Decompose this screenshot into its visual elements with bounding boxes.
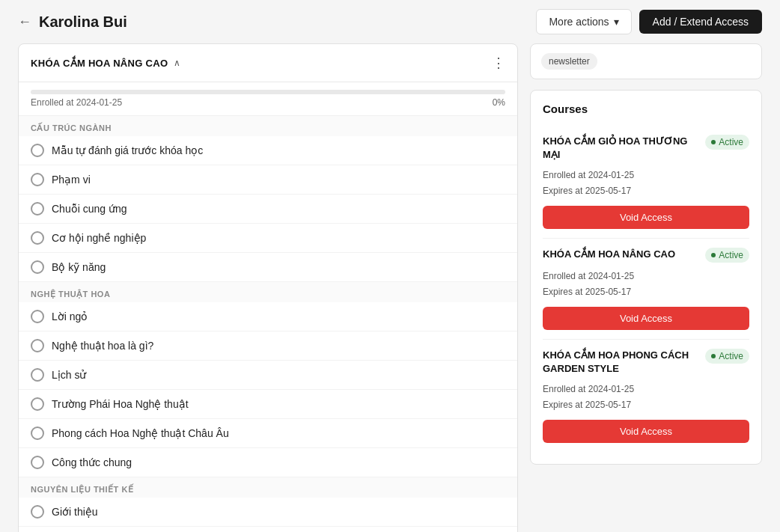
section-header: CẤU TRÚC NGÀNH bbox=[19, 116, 517, 136]
course-title-row: KHÓA CẮM HOA NÂNG CAO ∧ bbox=[31, 58, 180, 69]
radio-circle bbox=[31, 260, 44, 274]
courses-list: KHÓA CẮM GIỎ HOA THƯƠNG MẠI Active Enrol… bbox=[543, 126, 749, 452]
section-header: NGUYÊN LIỆU THIẾT KẾ bbox=[19, 477, 517, 498]
list-item[interactable]: Trường Phái Hoa Nghệ thuật bbox=[19, 390, 517, 419]
lesson-label: Mẫu tự đánh giá trước khóa học bbox=[52, 144, 203, 156]
lesson-label: Cơ hội nghề nghiệp bbox=[52, 232, 146, 244]
lesson-label: Lịch sử bbox=[52, 369, 86, 381]
progress-percent: 0% bbox=[493, 97, 505, 108]
list-item[interactable]: Chuỗi cung ứng bbox=[19, 195, 517, 224]
radio-circle bbox=[31, 426, 44, 440]
lesson-label: Công thức chung bbox=[52, 456, 132, 468]
course-card-name: KHÓA CẮM HOA PHONG CÁCH GARDEN STYLE bbox=[543, 349, 699, 376]
active-dot bbox=[711, 253, 716, 257]
list-item[interactable]: Đường & Nét bbox=[19, 527, 517, 532]
lesson-label: Trường Phái Hoa Nghệ thuật bbox=[52, 398, 189, 410]
list-item[interactable]: Cơ hội nghề nghiệp bbox=[19, 224, 517, 253]
list-item[interactable]: Bộ kỹ năng bbox=[19, 253, 517, 282]
status-badge: Active bbox=[705, 349, 749, 364]
course-card-name: KHÓA CẮM HOA NÂNG CAO bbox=[543, 248, 699, 261]
radio-circle bbox=[31, 505, 44, 519]
list-item[interactable]: Công thức chung bbox=[19, 448, 517, 477]
lesson-label: Phong cách Hoa Nghệ thuật Châu Âu bbox=[52, 427, 229, 439]
void-access-button[interactable]: Void Access bbox=[543, 307, 749, 330]
radio-circle bbox=[31, 456, 44, 469]
progress-bar-container bbox=[31, 90, 505, 94]
progress-info: Enrolled at 2024-01-25 0% bbox=[31, 97, 505, 108]
header: ← Karolina Bui More actions ▾ Add / Exte… bbox=[0, 0, 780, 43]
course-header: KHÓA CẮM HOA NÂNG CAO ∧ ⋮ bbox=[19, 44, 517, 82]
active-dot bbox=[711, 354, 716, 358]
radio-circle bbox=[31, 397, 44, 411]
progress-section: Enrolled at 2024-01-25 0% bbox=[19, 82, 517, 116]
course-card-header: KHÓA CẮM GIỎ HOA THƯƠNG MẠI Active bbox=[543, 135, 749, 162]
void-access-button[interactable]: Void Access bbox=[543, 420, 749, 443]
list-item[interactable]: Phạm vi bbox=[19, 165, 517, 195]
status-badge: Active bbox=[705, 135, 749, 150]
radio-circle bbox=[31, 339, 44, 352]
radio-circle bbox=[31, 231, 44, 245]
header-left: ← Karolina Bui bbox=[18, 13, 127, 31]
add-access-button[interactable]: Add / Extend Access bbox=[639, 10, 762, 34]
left-panel: KHÓA CẮM HOA NÂNG CAO ∧ ⋮ Enrolled at 20… bbox=[18, 43, 518, 532]
header-actions: More actions ▾ Add / Extend Access bbox=[536, 9, 762, 34]
status-badge: Active bbox=[705, 248, 749, 263]
lesson-label: Phạm vi bbox=[52, 174, 91, 186]
enrolled-label: Enrolled at 2024-01-25 bbox=[31, 97, 122, 108]
section-header: NGHỆ THUẬT HOA bbox=[19, 282, 517, 302]
list-item[interactable]: Nghệ thuật hoa là gì? bbox=[19, 331, 517, 361]
radio-circle bbox=[31, 368, 44, 382]
course-card-dates: Enrolled at 2024-01-25Expires at 2025-05… bbox=[543, 382, 749, 412]
chevron-down-icon: ▾ bbox=[614, 16, 619, 28]
radio-circle bbox=[31, 310, 44, 323]
void-access-button[interactable]: Void Access bbox=[543, 206, 749, 229]
more-actions-label: More actions bbox=[549, 16, 609, 28]
radio-circle bbox=[31, 144, 44, 157]
courses-panel-title: Courses bbox=[543, 103, 749, 115]
lesson-label: Bộ kỹ năng bbox=[52, 261, 106, 273]
radio-circle bbox=[31, 173, 44, 186]
course-card-dates: Enrolled at 2024-01-25Expires at 2025-05… bbox=[543, 168, 749, 198]
page-title: Karolina Bui bbox=[39, 13, 127, 31]
main-layout: KHÓA CẮM HOA NÂNG CAO ∧ ⋮ Enrolled at 20… bbox=[0, 43, 780, 532]
list-item[interactable]: Lịch sử bbox=[19, 361, 517, 390]
lesson-label: Lời ngỏ bbox=[52, 311, 88, 322]
page-container: ← Karolina Bui More actions ▾ Add / Exte… bbox=[0, 0, 780, 532]
course-card-header: KHÓA CẮM HOA PHONG CÁCH GARDEN STYLE Act… bbox=[543, 349, 749, 376]
tag-badge: newsletter bbox=[541, 53, 597, 70]
lesson-label: Nghệ thuật hoa là gì? bbox=[52, 340, 153, 352]
radio-circle bbox=[31, 202, 44, 215]
right-panel: newsletter Courses KHÓA CẮM GIỎ HOA THƯƠ… bbox=[530, 43, 762, 532]
course-card-name: KHÓA CẮM GIỎ HOA THƯƠNG MẠI bbox=[543, 135, 699, 162]
collapse-icon[interactable]: ∧ bbox=[174, 58, 180, 68]
course-card: KHÓA CẮM HOA NÂNG CAO Active Enrolled at… bbox=[543, 239, 749, 340]
list-item[interactable]: Phong cách Hoa Nghệ thuật Châu Âu bbox=[19, 419, 517, 448]
more-actions-button[interactable]: More actions ▾ bbox=[536, 9, 631, 34]
course-card-dates: Enrolled at 2024-01-25Expires at 2025-05… bbox=[543, 269, 749, 299]
courses-panel: Courses KHÓA CẮM GIỎ HOA THƯƠNG MẠI Acti… bbox=[530, 90, 762, 465]
lesson-label: Giới thiệu bbox=[52, 506, 98, 518]
course-card-header: KHÓA CẮM HOA NÂNG CAO Active bbox=[543, 248, 749, 263]
course-title: KHÓA CẮM HOA NÂNG CAO bbox=[31, 58, 168, 69]
course-card: KHÓA CẮM HOA PHONG CÁCH GARDEN STYLE Act… bbox=[543, 340, 749, 452]
list-item[interactable]: Giới thiệu bbox=[19, 498, 517, 527]
list-item[interactable]: Lời ngỏ bbox=[19, 302, 517, 331]
tag-section: newsletter bbox=[530, 43, 762, 79]
active-dot bbox=[711, 140, 716, 144]
sections-container: CẤU TRÚC NGÀNHMẫu tự đánh giá trước khóa… bbox=[19, 116, 517, 532]
list-item[interactable]: Mẫu tự đánh giá trước khóa học bbox=[19, 136, 517, 165]
lesson-label: Chuỗi cung ứng bbox=[52, 203, 127, 215]
course-card: KHÓA CẮM GIỎ HOA THƯƠNG MẠI Active Enrol… bbox=[543, 126, 749, 239]
back-button[interactable]: ← bbox=[18, 14, 31, 30]
more-options-icon[interactable]: ⋮ bbox=[492, 55, 505, 71]
